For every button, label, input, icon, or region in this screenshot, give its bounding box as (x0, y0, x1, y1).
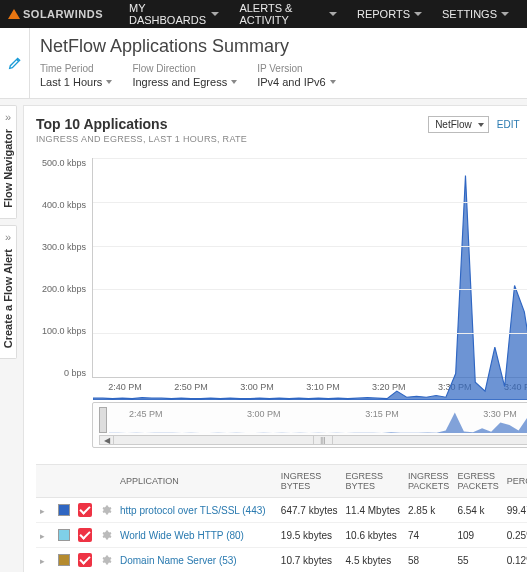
table-row[interactable]: ▸Domain Name Server (53)10.7 kbytes4.5 k… (36, 548, 527, 573)
application-link[interactable]: Domain Name Server (53) (120, 555, 237, 566)
y-tick-label: 400.0 kbps (42, 200, 86, 210)
card-subtitle: INGRESS AND EGRESS, LAST 1 HOURS, RATE (36, 134, 247, 144)
table-row[interactable]: ▸World Wide Web HTTP (80)19.5 kbytes10.6… (36, 523, 527, 548)
page-header: NetFlow Applications Summary Time Period… (0, 28, 527, 99)
y-tick-label: 300.0 kbps (42, 242, 86, 252)
gridline (93, 289, 527, 290)
flow-type-value: NetFlow (435, 119, 472, 130)
plot-area[interactable] (92, 158, 527, 378)
nav-reports[interactable]: REPORTS (347, 8, 432, 20)
col-percent[interactable]: PERCENT (503, 465, 527, 498)
series-checkbox[interactable] (78, 553, 92, 567)
ingress-bytes-value: 10.7 kbytes (277, 548, 342, 573)
brush-scrollbar[interactable]: ◀ ▶ ||| (99, 435, 527, 445)
gridline (93, 246, 527, 247)
caret-down-icon (106, 80, 112, 84)
nav-settings-label: SETTINGS (442, 8, 497, 20)
gridline (93, 333, 527, 334)
filter-time-label: Time Period (40, 63, 112, 74)
ingress-bytes-value: 647.7 kbytes (277, 498, 342, 523)
caret-down-icon (329, 12, 337, 16)
series-checkbox[interactable] (78, 503, 92, 517)
expand-icon: » (5, 112, 11, 123)
nav-dashboards[interactable]: MY DASHBOARDS (119, 2, 229, 26)
flow-navigator-toggle[interactable]: » Flow Navigator (0, 105, 17, 219)
top-nav: SOLARWINDS MY DASHBOARDS ALERTS & ACTIVI… (0, 0, 527, 28)
filter-direction[interactable]: Flow Direction Ingress and Egress (132, 63, 237, 88)
brand-logo-icon (8, 9, 20, 19)
ingress-packets-value: 74 (404, 523, 453, 548)
expand-icon[interactable]: ▸ (40, 531, 50, 541)
side-panels: » Flow Navigator » Create a Flow Alert (0, 99, 17, 572)
nav-alerts-label: ALERTS & ACTIVITY (239, 2, 325, 26)
col-ingress-bytes[interactable]: INGRESS BYTES (277, 465, 342, 498)
card-title: Top 10 Applications (36, 116, 247, 132)
egress-bytes-value: 11.4 Mbytes (342, 498, 404, 523)
col-ingress-packets[interactable]: INGRESS PACKETS (404, 465, 453, 498)
expand-icon: » (5, 232, 11, 243)
application-link[interactable]: http protocol over TLS/SSL (443) (120, 505, 266, 516)
filter-ipver-value: IPv4 and IPv6 (257, 76, 326, 88)
gridline (93, 158, 527, 159)
color-swatch (58, 554, 70, 566)
scroll-thumb[interactable]: ||| (313, 436, 333, 444)
application-link[interactable]: World Wide Web HTTP (80) (120, 530, 244, 541)
expand-icon[interactable]: ▸ (40, 506, 50, 516)
caret-down-icon (231, 80, 237, 84)
ingress-packets-value: 58 (404, 548, 453, 573)
edit-page-button[interactable] (0, 28, 30, 98)
filter-time[interactable]: Time Period Last 1 Hours (40, 63, 112, 88)
filter-ipver-label: IP Version (257, 63, 336, 74)
egress-packets-value: 6.54 k (453, 498, 502, 523)
brand[interactable]: SOLARWINDS (8, 8, 103, 20)
percent-value: 99.47% (503, 498, 527, 523)
filter-dir-label: Flow Direction (132, 63, 237, 74)
nav-reports-label: REPORTS (357, 8, 410, 20)
filter-dir-value: Ingress and Egress (132, 76, 227, 88)
y-tick-label: 0 bps (64, 368, 86, 378)
y-tick-label: 500.0 kbps (42, 158, 86, 168)
percent-value: 0.25% (503, 523, 527, 548)
filter-ipversion[interactable]: IP Version IPv4 and IPv6 (257, 63, 336, 88)
ingress-packets-value: 2.85 k (404, 498, 453, 523)
brush-handle-left[interactable] (99, 407, 107, 433)
time-brush[interactable]: 2:45 PM3:00 PM3:15 PM3:30 PM ◀ ▶ ||| (92, 402, 527, 448)
applications-chart: 0 bps100.0 kbps200.0 kbps300.0 kbps400.0… (36, 158, 527, 448)
brand-text: SOLARWINDS (23, 8, 103, 20)
page-filters: Time Period Last 1 Hours Flow Direction … (40, 63, 517, 88)
y-tick-label: 100.0 kbps (42, 326, 86, 336)
series-checkbox[interactable] (78, 528, 92, 542)
table-row[interactable]: ▸http protocol over TLS/SSL (443)647.7 k… (36, 498, 527, 523)
page-title: NetFlow Applications Summary (40, 36, 517, 57)
area-series (93, 158, 527, 400)
create-flow-alert-toggle[interactable]: » Create a Flow Alert (0, 225, 17, 359)
nav-alerts[interactable]: ALERTS & ACTIVITY (229, 2, 347, 26)
egress-packets-value: 55 (453, 548, 502, 573)
scroll-left-icon[interactable]: ◀ (100, 436, 114, 444)
caret-down-icon (330, 80, 336, 84)
percent-value: 0.12% (503, 548, 527, 573)
gridline (93, 202, 527, 203)
col-egress-bytes[interactable]: EGRESS BYTES (342, 465, 404, 498)
y-tick-label: 200.0 kbps (42, 284, 86, 294)
expand-icon[interactable]: ▸ (40, 556, 50, 566)
pencil-icon (7, 55, 23, 71)
gear-icon[interactable] (100, 504, 112, 516)
top-applications-card: Top 10 Applications INGRESS AND EGRESS, … (23, 105, 527, 572)
col-egress-packets[interactable]: EGRESS PACKETS (453, 465, 502, 498)
brush-mini-chart (109, 411, 527, 433)
col-application[interactable]: APPLICATION (116, 465, 277, 498)
gear-icon[interactable] (100, 554, 112, 566)
gear-icon[interactable] (100, 529, 112, 541)
egress-bytes-value: 4.5 kbytes (342, 548, 404, 573)
y-axis: 0 bps100.0 kbps200.0 kbps300.0 kbps400.0… (36, 158, 92, 378)
ingress-bytes-value: 19.5 kbytes (277, 523, 342, 548)
flow-navigator-label: Flow Navigator (2, 129, 14, 208)
applications-table: APPLICATION INGRESS BYTES EGRESS BYTES I… (36, 464, 527, 572)
flow-type-select[interactable]: NetFlow (428, 116, 489, 133)
nav-settings[interactable]: SETTINGS (432, 8, 519, 20)
egress-bytes-value: 10.6 kbytes (342, 523, 404, 548)
edit-link[interactable]: EDIT (497, 119, 520, 130)
nav-dashboards-label: MY DASHBOARDS (129, 2, 207, 26)
caret-down-icon (414, 12, 422, 16)
